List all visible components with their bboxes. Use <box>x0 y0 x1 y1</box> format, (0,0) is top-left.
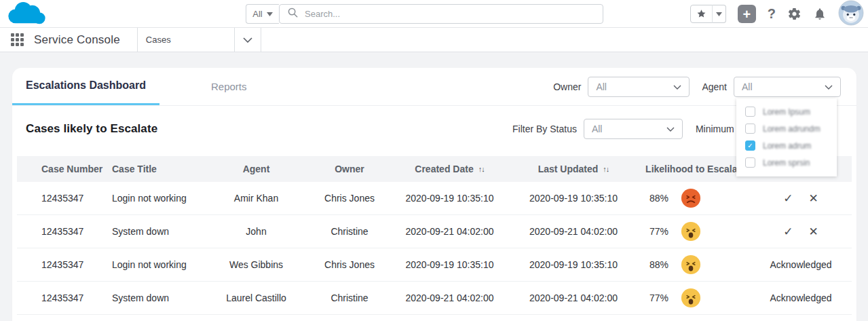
actions-cell: ✓✕ <box>750 226 852 238</box>
agent-option[interactable]: Lorem Ipsum <box>745 106 828 117</box>
tab-reports[interactable]: Reports <box>197 68 261 105</box>
likelihood-value: 88% <box>649 259 668 270</box>
likelihood-cell: 88% <box>641 188 750 208</box>
agent-select-wrap: All Lorem IpsumLorem adrundm✓Lorem adrum… <box>734 77 841 97</box>
search-scope-dropdown[interactable]: All <box>246 4 279 24</box>
owner-cell: Christine <box>305 226 394 237</box>
case-title-cell: System down <box>112 292 207 303</box>
likelihood-cell: 77% <box>641 221 750 242</box>
chevron-down-icon <box>673 85 681 90</box>
owner-cell: Chris Jones <box>305 193 394 204</box>
column-header-2: Agent <box>207 164 305 174</box>
likelihood-value: 88% <box>649 193 668 204</box>
close-icon: ✕ <box>809 225 818 238</box>
actions-cell: ✓✕ <box>750 193 852 204</box>
agent-option-label: Lorem adrundm <box>763 124 820 134</box>
agent-dropdown-panel: Lorem IpsumLorem adrundm✓Lorem adrumLore… <box>736 98 837 176</box>
column-label: Owner <box>335 164 364 174</box>
user-avatar[interactable] <box>838 0 864 28</box>
search-bar[interactable] <box>279 4 603 24</box>
top-filters: Owner All Agent All Lorem IpsumLorem adr… <box>553 77 841 97</box>
triangle-down-icon <box>716 12 722 16</box>
last-updated-cell: 2020-09-21 04:02:00 <box>506 226 641 237</box>
column-label: Case Number <box>41 164 102 174</box>
plus-icon: + <box>742 7 751 21</box>
column-header-4[interactable]: Created Date↑↓ <box>394 164 506 174</box>
column-header-5[interactable]: Last Updated↑↓ <box>506 164 641 174</box>
sort-icon[interactable]: ↑↓ <box>478 165 485 173</box>
case-number-cell: 12435347 <box>17 193 112 204</box>
agent-option-label: Lorem adrum <box>763 141 811 151</box>
global-search: All <box>246 4 603 24</box>
agent-option[interactable]: Lorem adrundm <box>745 123 828 134</box>
column-header-0: Case Number <box>17 164 112 174</box>
case-number-cell: 12435347 <box>17 292 112 303</box>
checkbox-icon[interactable] <box>745 124 755 134</box>
column-header-3: Owner <box>305 164 394 174</box>
status-select-value: All <box>592 124 603 134</box>
angry-face-icon <box>681 188 701 208</box>
notifications-button[interactable] <box>813 7 827 21</box>
agent-select[interactable]: All <box>734 77 841 97</box>
cases-table: Case NumberCase TitleAgentOwnerCreated D… <box>17 156 852 315</box>
tab-dropdown-button[interactable] <box>234 28 261 52</box>
case-title-cell: Login not working <box>112 193 207 204</box>
checkbox-checked-icon[interactable]: ✓ <box>745 140 755 151</box>
checkbox-icon[interactable] <box>745 107 755 117</box>
acknowledge-button[interactable]: ✓ <box>783 226 793 238</box>
table-row: 12435347System downLaurel CastilloChrist… <box>17 282 852 315</box>
section-header-row: Cases likely to Escalate Filter By Statu… <box>12 121 856 143</box>
salesforce-logo[interactable] <box>5 1 48 31</box>
column-label: Agent <box>243 164 270 174</box>
likelihood-value: 77% <box>649 226 668 237</box>
anguished-face-icon <box>681 221 701 242</box>
minimum-label: Minimum <box>696 124 734 134</box>
table-row: 12435347Login not workingWes GibbinsChri… <box>17 248 852 282</box>
favorites-dropdown-button[interactable] <box>712 5 726 23</box>
column-label: Created Date <box>415 164 473 174</box>
status-filter-label: Filter By Status <box>512 124 577 134</box>
help-button[interactable]: ? <box>768 6 776 22</box>
star-icon <box>696 9 706 19</box>
dismiss-button[interactable]: ✕ <box>809 226 818 238</box>
agent-filter-label: Agent <box>702 81 727 92</box>
tab-escalations-dashboard[interactable]: Escalations Dashboard <box>12 68 159 105</box>
column-header-6: Likelihood to Escalate <box>641 164 750 174</box>
case-number-cell: 12435347 <box>17 259 112 270</box>
acknowledge-button[interactable]: ✓ <box>783 193 793 204</box>
status-select[interactable]: All <box>584 119 683 139</box>
app-launcher-icon[interactable] <box>11 33 24 47</box>
status-text: Acknowledged <box>770 292 831 303</box>
tab-cases[interactable]: Cases <box>137 28 234 52</box>
agent-option[interactable]: ✓Lorem adrum <box>745 140 828 151</box>
search-input[interactable] <box>305 9 603 19</box>
setup-button[interactable] <box>787 7 801 21</box>
favorites-star-button[interactable] <box>690 5 713 23</box>
created-date-cell: 2020-09-19 10:35:10 <box>394 259 506 270</box>
add-button[interactable]: + <box>738 5 756 23</box>
gear-icon <box>787 7 801 21</box>
section-title: Cases likely to Escalate <box>26 122 157 136</box>
chevron-down-icon <box>243 37 252 43</box>
sort-icon[interactable]: ↑↓ <box>603 165 609 173</box>
actions-cell: Acknowledged <box>750 259 852 270</box>
last-updated-cell: 2020-09-19 10:35:10 <box>506 259 641 270</box>
anguished-face-icon <box>681 288 701 308</box>
card-tabs-row: Escalations Dashboard Reports Owner All … <box>12 68 856 106</box>
chevron-down-icon <box>666 127 675 132</box>
checkbox-icon[interactable] <box>745 157 755 168</box>
agent-option[interactable]: Lorem sprsin <box>745 157 828 168</box>
owner-select[interactable]: All <box>588 77 690 97</box>
likelihood-cell: 77% <box>641 288 750 308</box>
created-date-cell: 2020-09-21 04:02:00 <box>394 292 506 303</box>
likelihood-cell: 88% <box>641 254 750 275</box>
column-label: Likelihood to Escalate <box>645 164 746 174</box>
dismiss-button[interactable]: ✕ <box>809 193 818 204</box>
check-icon: ✓ <box>783 192 793 205</box>
created-date-cell: 2020-09-21 04:02:00 <box>394 226 506 237</box>
app-name: Service Console <box>34 33 120 47</box>
agent-option-label: Lorem sprsin <box>763 158 810 168</box>
status-filter: Filter By Status All Minimum <box>512 119 734 139</box>
check-icon: ✓ <box>783 225 793 238</box>
agent-cell: Amir Khan <box>207 193 305 204</box>
